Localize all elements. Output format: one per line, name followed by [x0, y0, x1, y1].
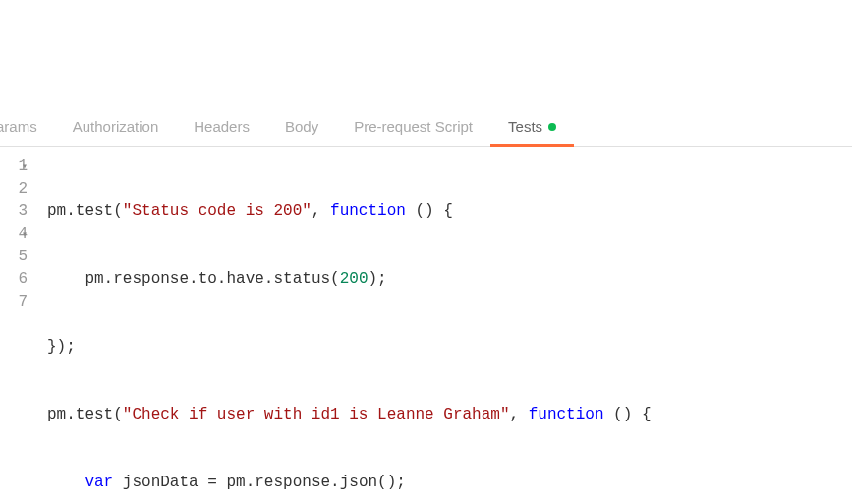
tab-params-label: arams [0, 118, 37, 135]
tab-headers[interactable]: Headers [176, 106, 267, 146]
tab-tests[interactable]: Tests [490, 106, 574, 146]
gutter-line-6: 6 [0, 268, 35, 291]
tab-params[interactable]: arams [0, 106, 55, 146]
tab-tests-label: Tests [508, 118, 542, 135]
gutter-line-1: 1 [0, 155, 35, 178]
tab-authorization-label: Authorization [73, 118, 159, 135]
code-line-3[interactable]: }); [39, 336, 852, 359]
gutter-line-5: 5 [0, 246, 35, 268]
line-gutter: 1 2 3 4 5 6 7 [0, 155, 39, 504]
code-line-4[interactable]: pm.test("Check if user with id1 is Leann… [39, 404, 852, 426]
gutter-line-4: 4 [0, 223, 35, 246]
tests-indicator-dot-icon [548, 123, 556, 131]
tab-authorization[interactable]: Authorization [55, 106, 177, 146]
code-line-2[interactable]: pm.response.to.have.status(200); [39, 268, 852, 291]
code-line-1[interactable]: pm.test("Status code is 200", function (… [39, 200, 852, 223]
code-editor[interactable]: 1 2 3 4 5 6 7 pm.test("Status code is 20… [0, 147, 852, 504]
code-content[interactable]: pm.test("Status code is 200", function (… [39, 155, 852, 504]
tab-body-label: Body [285, 118, 318, 135]
tab-body[interactable]: Body [267, 106, 336, 146]
gutter-line-7: 7 [0, 291, 35, 313]
tab-prerequest-label: Pre-request Script [354, 118, 473, 135]
gutter-line-2: 2 [0, 178, 35, 200]
code-line-5[interactable]: var jsonData = pm.response.json(); [39, 472, 852, 494]
request-tabs: arams Authorization Headers Body Pre-req… [0, 106, 852, 147]
tab-headers-label: Headers [194, 118, 250, 135]
gutter-line-3: 3 [0, 200, 35, 223]
tab-prerequest-script[interactable]: Pre-request Script [336, 106, 490, 146]
top-whitespace [0, 0, 852, 106]
